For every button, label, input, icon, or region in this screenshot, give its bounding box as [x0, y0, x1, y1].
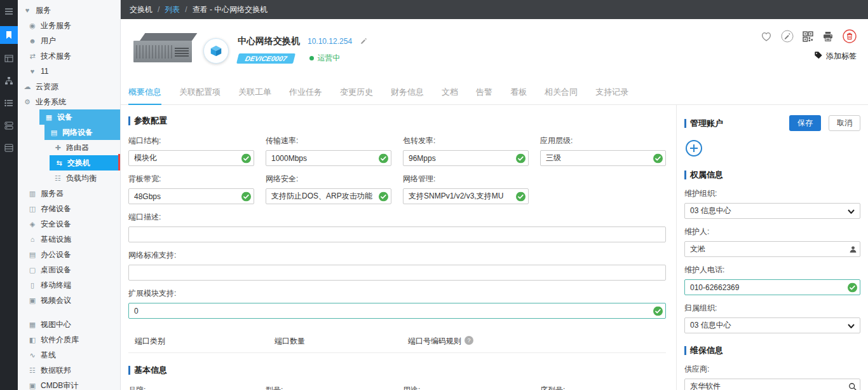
sidebar-item-network-devices[interactable]: ▤网络设备: [44, 125, 120, 140]
valid-check-icon: [379, 192, 388, 201]
status-dot: [309, 56, 314, 60]
valid-check-icon: [516, 153, 526, 163]
sidebar-item-video-conference[interactable]: ▣视频会议: [18, 293, 120, 308]
print-icon[interactable]: [822, 31, 834, 42]
network-management-input[interactable]: [403, 188, 529, 204]
breadcrumb-list-link[interactable]: 列表: [165, 4, 180, 15]
packet-forwarding-rate-input[interactable]: [403, 150, 529, 166]
sidebar-item-users[interactable]: ☻用户: [18, 33, 120, 48]
wave-icon: ∿: [28, 351, 37, 359]
section-basic: 基本信息: [128, 365, 666, 376]
valid-check-icon: [653, 306, 663, 316]
field-backplane-bandwidth: 背板带宽:: [128, 166, 254, 204]
tab-financial[interactable]: 财务信息: [391, 87, 424, 104]
qrcode-icon[interactable]: [803, 31, 813, 42]
sidebar-item-cloud-resources[interactable]: ☁云资源: [18, 79, 120, 94]
panel-icon[interactable]: [0, 51, 18, 66]
tab-jobs[interactable]: 作业任务: [289, 87, 322, 104]
application-level-input[interactable]: [540, 150, 666, 166]
sidebar-item-mobile-terminals[interactable]: ▯移动终端: [18, 277, 120, 293]
edit-ip-icon[interactable]: [360, 38, 367, 45]
tree-icon[interactable]: [0, 73, 18, 88]
vendor-input[interactable]: [684, 379, 860, 390]
sidebar-item-servers[interactable]: ▥服务器: [18, 186, 120, 201]
sidebar-scrollbar-thumb[interactable]: [118, 154, 120, 171]
sidebar-item-storage-devices[interactable]: ◫存储设备: [18, 201, 120, 216]
storage-icon[interactable]: [0, 118, 18, 133]
server-icon: ▥: [28, 190, 37, 198]
tab-support-records[interactable]: 支持记录: [595, 87, 628, 104]
edit-icon[interactable]: [781, 30, 794, 43]
sidebar-item-view-center[interactable]: ▦视图中心: [18, 317, 120, 332]
server-icon[interactable]: [0, 140, 18, 155]
plus-icon: [689, 144, 698, 153]
network-security-input[interactable]: [266, 188, 391, 204]
sidebar-item-business-systems[interactable]: ⚙业务系统: [18, 94, 120, 109]
add-tag-button[interactable]: 添加标签: [814, 51, 857, 62]
belong-org-select[interactable]: 03 信息中心: [684, 317, 860, 333]
cancel-button[interactable]: 取消: [829, 115, 860, 131]
globe-icon: ◉: [28, 22, 37, 30]
person-icon[interactable]: [849, 245, 857, 253]
sidebar-item-switches[interactable]: ⇆交换机: [50, 155, 120, 171]
sidebar-item-routers[interactable]: ✚路由器: [18, 140, 120, 155]
heart-icon: ♥: [23, 6, 32, 14]
tab-contracts[interactable]: 相关合同: [545, 87, 578, 104]
sidebar-item-11[interactable]: ♥11: [18, 64, 120, 79]
breadcrumb: 交换机 / 列表 / 查看 - 中心网络交换机: [121, 0, 868, 19]
network-standard-input[interactable]: [128, 265, 666, 281]
add-account-button[interactable]: [686, 140, 702, 157]
sidebar-item-desktop-devices[interactable]: ▢桌面设备: [18, 262, 120, 277]
breadcrumb-section[interactable]: 交换机: [130, 4, 153, 15]
field-packet-forwarding-rate: 包转发率:: [403, 128, 529, 166]
save-button[interactable]: 保存: [789, 115, 821, 131]
delete-icon[interactable]: [843, 29, 857, 43]
tag-icon: [814, 51, 823, 62]
tab-related-ci[interactable]: 关联配置项: [179, 87, 220, 104]
sidebar-item-baseline[interactable]: ∿基线: [18, 347, 120, 363]
tab-overview[interactable]: 概要信息: [128, 87, 161, 105]
search-icon[interactable]: [848, 382, 857, 390]
field-usage: 用途:: [403, 377, 529, 390]
bookmark-icon[interactable]: [0, 26, 18, 44]
sidebar-item-cmdb-audit[interactable]: ▣CMDB审计: [18, 378, 120, 390]
menu-icon[interactable]: [0, 4, 18, 19]
sidebar-item-data-federation[interactable]: ☷数据联邦: [18, 363, 120, 378]
tab-change-history[interactable]: 变更历史: [340, 87, 373, 104]
list-icon[interactable]: [0, 95, 18, 111]
backplane-bandwidth-input[interactable]: [128, 188, 254, 204]
port-table-col-rule: 端口号编码规则 ?: [402, 330, 666, 352]
section-ownership: 权属信息: [684, 169, 860, 181]
sidebar-item-office-equipment[interactable]: ▤办公设备: [18, 247, 120, 262]
port-table-col-quantity: 端口数量: [268, 330, 402, 352]
field-network-security: 网络安全:: [266, 166, 391, 204]
sidebar-item-business-services[interactable]: ◉业务服务: [18, 18, 120, 33]
valid-check-icon: [516, 192, 526, 201]
tab-documents[interactable]: 文档: [442, 87, 458, 104]
transmission-rate-input[interactable]: [266, 150, 391, 166]
tab-alerts[interactable]: 告警: [476, 87, 492, 104]
sidebar-item-services[interactable]: ♥服务: [18, 3, 120, 18]
sidebar-item-security-devices[interactable]: ◈安全设备: [18, 216, 120, 232]
port-description-input[interactable]: [128, 226, 666, 242]
sidebar-item-load-balancing[interactable]: ☷负载均衡: [18, 171, 120, 186]
grid-icon: ▦: [44, 113, 53, 122]
expansion-module-input[interactable]: [128, 303, 666, 319]
favorite-icon[interactable]: [761, 31, 772, 42]
maintainer-phone-input[interactable]: [684, 279, 860, 295]
maintainer-input[interactable]: [684, 241, 860, 257]
maintain-org-select[interactable]: 03 信息中心: [684, 203, 860, 219]
tab-kanban[interactable]: 看板: [510, 87, 527, 104]
sidebar-item-infrastructure[interactable]: ⌂基础设施: [18, 232, 120, 247]
sidebar-item-devices[interactable]: ▦设备: [39, 109, 120, 125]
tab-related-tickets[interactable]: 关联工单: [238, 87, 271, 104]
section-params: 参数配置: [128, 115, 666, 127]
port-structure-input[interactable]: [128, 150, 254, 166]
sidebar-item-software-library[interactable]: ◧软件介质库: [18, 332, 120, 347]
help-icon[interactable]: ?: [465, 336, 473, 347]
add-tag-label: 添加标签: [826, 51, 857, 62]
shield-icon: ◈: [28, 220, 37, 228]
video-icon: ▣: [28, 296, 37, 305]
sidebar-item-tech-services[interactable]: ⇄技术服务: [18, 48, 120, 64]
side-panel: 管理账户 保存 取消 权属信息 维护组织: 03 信息中心: [676, 105, 868, 390]
